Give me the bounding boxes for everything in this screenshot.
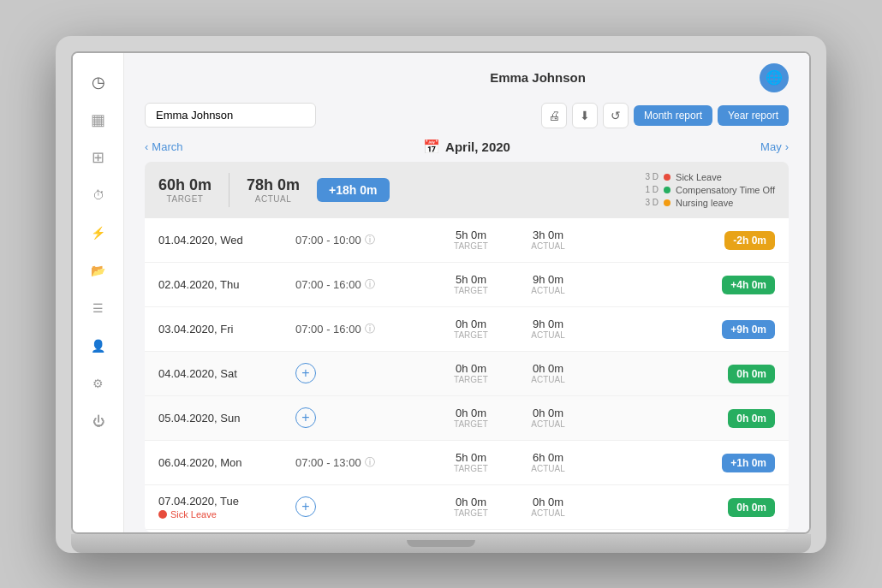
- folder-icon[interactable]: 📂: [83, 255, 114, 286]
- date-cell: 03.04.2020, Fri: [158, 323, 295, 336]
- table-row: 07.04.2020, Tue Sick Leave + 0h 0m TARGE…: [145, 485, 789, 530]
- alarm-icon[interactable]: ⏱: [83, 180, 114, 211]
- compensatory-dot: [664, 187, 670, 193]
- diff-cell: 0h 0m: [728, 499, 775, 514]
- diff-cell: +9h 0m: [722, 321, 775, 336]
- time-cell: 07:00 - 16:00 ⓘ: [295, 322, 432, 336]
- list-icon[interactable]: ☰: [83, 293, 114, 324]
- legend-sick-leave: 3 D Sick Leave: [645, 172, 775, 182]
- chevron-left-icon: ‹: [145, 140, 148, 153]
- summary-row: 60h 0m TARGET 78h 0m ACTUAL +18h 0m 3 D …: [145, 162, 789, 218]
- add-time-button[interactable]: +: [295, 407, 316, 428]
- actual-cell: 6h 0m ACTUAL: [510, 451, 587, 473]
- chevron-right-icon: ›: [785, 140, 789, 153]
- page-title: Emma Johnson: [316, 70, 760, 85]
- clock-icon[interactable]: ◷: [83, 67, 114, 98]
- date-navigation: ‹ March 📅 April, 2020 May ›: [124, 135, 809, 162]
- search-input[interactable]: [145, 103, 316, 128]
- diff-cell: -2h 0m: [724, 232, 775, 247]
- date-cell: 07.04.2020, Tue Sick Leave: [158, 495, 295, 520]
- date-cell: 02.04.2020, Thu: [158, 278, 295, 291]
- globe-button[interactable]: 🌐: [760, 63, 789, 92]
- actual-cell: 3h 0m ACTUAL: [510, 229, 587, 251]
- header-actions: 🌐: [760, 63, 789, 92]
- date-cell: 06.04.2020, Mon: [158, 456, 295, 469]
- actual-cell: 0h 0m ACTUAL: [510, 496, 587, 518]
- info-icon[interactable]: ⓘ: [365, 322, 375, 336]
- actual-cell: 9h 0m ACTUAL: [510, 318, 587, 340]
- prev-month-button[interactable]: ‹ March: [145, 140, 182, 153]
- target-cell: 0h 0m TARGET: [432, 407, 510, 429]
- actual-cell: 0h 0m ACTUAL: [510, 407, 587, 429]
- target-cell: 5h 0m TARGET: [432, 273, 510, 295]
- team-icon[interactable]: ⚡: [83, 217, 114, 248]
- table-row: 01.04.2020, Wed 07:00 - 10:00 ⓘ 5h 0m TA…: [145, 218, 789, 263]
- power-icon[interactable]: ⏻: [83, 406, 114, 437]
- target-stat: 60h 0m TARGET: [158, 176, 212, 204]
- year-report-button[interactable]: Year report: [718, 105, 789, 126]
- time-cell: 07:00 - 13:00 ⓘ: [295, 455, 432, 470]
- table-row: 03.04.2020, Fri 07:00 - 16:00 ⓘ 0h 0m TA…: [145, 307, 789, 352]
- table-row: 04.04.2020, Sat + 0h 0m TARGET 0h 0m ACT…: [145, 352, 789, 396]
- target-cell: 5h 0m TARGET: [432, 229, 510, 251]
- chart-icon[interactable]: ▦: [83, 104, 114, 135]
- target-cell: 0h 0m TARGET: [432, 362, 510, 384]
- next-month-button[interactable]: May ›: [760, 140, 789, 153]
- info-icon[interactable]: ⓘ: [365, 455, 375, 470]
- diff-badge-large: +18h 0m: [317, 178, 389, 202]
- diff-cell: 0h 0m: [728, 365, 775, 381]
- grid-icon[interactable]: ⊞: [83, 142, 114, 173]
- sidebar: ◷ ▦ ⊞ ⏱ ⚡ 📂 ☰ 👤 ⚙ ⏻: [73, 53, 124, 532]
- info-icon[interactable]: ⓘ: [365, 277, 375, 292]
- table-row: 08.04.2020, Wed Sick Leave + 0h 0m TARGE…: [145, 530, 789, 532]
- legend-compensatory: 1 D Compensatory Time Off: [645, 185, 775, 195]
- nursing-dot: [664, 199, 670, 206]
- time-cell: +: [295, 407, 432, 428]
- add-time-button[interactable]: +: [295, 496, 316, 517]
- legend-nursing: 3 D Nursing leave: [645, 198, 775, 208]
- time-cell: 07:00 - 10:00 ⓘ: [295, 233, 432, 247]
- target-cell: 5h 0m TARGET: [432, 451, 510, 473]
- calendar-icon: 📅: [423, 139, 440, 155]
- settings-icon[interactable]: ⚙: [83, 368, 114, 399]
- download-button[interactable]: ⬇: [572, 103, 598, 128]
- legend-area: 3 D Sick Leave 1 D Compensatory Time Off…: [645, 172, 775, 208]
- date-cell: 05.04.2020, Sun: [158, 412, 295, 425]
- target-cell: 0h 0m TARGET: [432, 496, 510, 518]
- time-cell: +: [295, 363, 432, 383]
- time-table: 01.04.2020, Wed 07:00 - 10:00 ⓘ 5h 0m TA…: [145, 218, 789, 532]
- sick-leave-dot: [158, 510, 167, 519]
- user-icon[interactable]: 👤: [83, 330, 114, 361]
- summary-divider-1: [229, 173, 229, 207]
- table-row: 02.04.2020, Thu 07:00 - 16:00 ⓘ 5h 0m TA…: [145, 263, 789, 307]
- report-buttons: 🖨 ⬇ ↺ Month report Year report: [541, 103, 789, 128]
- time-cell: 07:00 - 16:00 ⓘ: [295, 277, 432, 292]
- print-button[interactable]: 🖨: [541, 103, 567, 128]
- table-row: 05.04.2020, Sun + 0h 0m TARGET 0h 0m ACT…: [145, 396, 789, 441]
- actual-cell: 9h 0m ACTUAL: [510, 273, 587, 295]
- current-month-display: 📅 April, 2020: [423, 139, 510, 155]
- date-cell: 04.04.2020, Sat: [158, 367, 295, 380]
- diff-cell: +1h 0m: [722, 454, 775, 470]
- diff-cell: +4h 0m: [722, 276, 775, 292]
- add-time-button[interactable]: +: [295, 363, 316, 383]
- header: Emma Johnson 🌐: [124, 53, 809, 99]
- actual-stat: 78h 0m ACTUAL: [247, 176, 300, 204]
- info-icon[interactable]: ⓘ: [365, 233, 375, 247]
- actual-cell: 0h 0m ACTUAL: [510, 362, 587, 384]
- date-cell: 01.04.2020, Wed: [158, 234, 295, 246]
- refresh-button[interactable]: ↺: [603, 103, 629, 128]
- month-report-button[interactable]: Month report: [634, 105, 712, 126]
- diff-cell: 0h 0m: [728, 410, 775, 425]
- table-row: 06.04.2020, Mon 07:00 - 13:00 ⓘ 5h 0m TA…: [145, 441, 789, 485]
- target-cell: 0h 0m TARGET: [432, 318, 510, 340]
- toolbar: 🖨 ⬇ ↺ Month report Year report: [124, 99, 809, 135]
- time-cell: +: [295, 496, 432, 517]
- sick-leave-dot: [664, 174, 670, 181]
